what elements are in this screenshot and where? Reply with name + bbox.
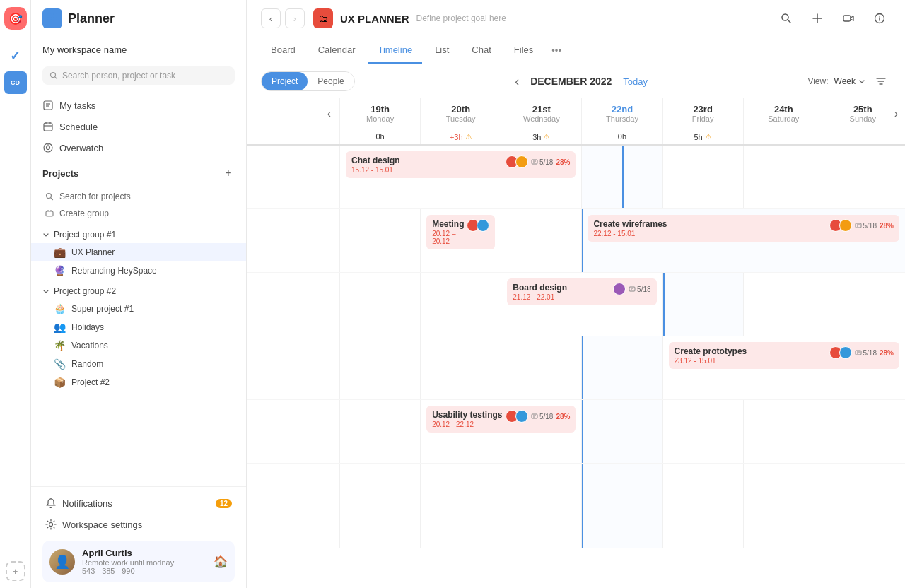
search-button[interactable]: [775, 7, 798, 30]
day-number-tue: 20th: [428, 104, 494, 114]
today-line-4: [582, 336, 583, 399]
project-group-1-name: Project group #1: [54, 230, 116, 240]
task-usability-cell: Usability testings 20.12 - 22.12: [421, 400, 582, 463]
svg-rect-27: [843, 16, 851, 21]
row3-tue: [421, 336, 501, 399]
tab-files[interactable]: Files: [504, 37, 543, 64]
hours-thu: 0h: [582, 129, 662, 144]
nav-schedule[interactable]: Schedule: [37, 116, 240, 137]
task-chat-design-cell: Chat design 15.12 - 15.01: [340, 146, 582, 208]
workspace-name[interactable]: My workspace name: [31, 37, 246, 62]
global-search[interactable]: Search person, project or task: [42, 66, 235, 85]
user-profile-card[interactable]: 👤 April Curtis Remote work until modnay …: [42, 541, 235, 582]
tab-calendar[interactable]: Calendar: [308, 37, 366, 64]
forward-button[interactable]: ›: [285, 8, 305, 28]
row3-label: [247, 336, 340, 399]
filter-button[interactable]: [871, 71, 891, 91]
project-item-holidays[interactable]: 👥 Holidays: [31, 318, 246, 336]
row0-fri: [663, 146, 744, 208]
row2-tue: [421, 273, 501, 336]
app-logo[interactable]: 🎯: [4, 7, 27, 30]
project-item-ux-planner[interactable]: 💼 UX Planner: [31, 243, 246, 261]
tab-list[interactable]: List: [425, 37, 459, 64]
video-button[interactable]: [837, 7, 860, 30]
clip-icon: 📎: [54, 358, 66, 370]
day-header-mon: 19th Monday: [340, 98, 421, 129]
project-item-random[interactable]: 📎 Random: [31, 355, 246, 373]
project-item-super[interactable]: 🧁 Super project #1: [31, 300, 246, 318]
row2-sat: [744, 273, 824, 336]
tab-timeline[interactable]: Timeline: [368, 37, 422, 64]
task-card-meeting[interactable]: Meeting 20.12 – 20.12: [426, 215, 495, 249]
project-label-random: Random: [71, 359, 103, 369]
view-select-dropdown[interactable]: Week: [834, 76, 865, 86]
timeline-controls: Project People ‹ DECEMBER 2022 Today Vie…: [247, 64, 905, 98]
add-workspace[interactable]: +: [6, 561, 25, 581]
add-button[interactable]: [806, 7, 829, 30]
search-projects-action[interactable]: Search for projects: [42, 188, 235, 205]
tab-board[interactable]: Board: [261, 37, 305, 64]
day-header-tue: 20th Tuesday: [421, 98, 501, 129]
empty-fri: [663, 464, 744, 548]
task-card-wireframes[interactable]: Create wireframes 22.12 - 15.01: [588, 215, 899, 242]
svg-rect-1: [53, 13, 57, 18]
people-toggle-btn[interactable]: People: [308, 72, 354, 90]
today-line-6: [582, 464, 583, 548]
project-item-rebranding[interactable]: 🔮 Rebranding HeySpace: [31, 261, 246, 280]
overwatch-icon: [42, 142, 54, 153]
task-card-prototypes[interactable]: Create prototypes 23.12 - 15.01: [669, 342, 899, 369]
tab-chat[interactable]: Chat: [462, 37, 501, 64]
cd-icon[interactable]: CD: [4, 71, 27, 94]
info-button[interactable]: [868, 7, 891, 30]
topbar: ‹ › 🗂 UX PLANNER Define project goal her…: [247, 0, 905, 37]
prev-week-button[interactable]: ‹: [515, 74, 519, 89]
workspace-settings-item[interactable]: Workspace settings: [42, 514, 235, 535]
create-group-action[interactable]: Create group: [42, 205, 235, 222]
empty-wed: [501, 464, 582, 548]
next-week-btn[interactable]: ›: [894, 107, 898, 120]
svg-rect-0: [47, 13, 52, 18]
tab-more-button[interactable]: •••: [546, 38, 567, 63]
task-count-proto: 5/18: [855, 349, 877, 357]
row4-sat: [744, 400, 824, 463]
today-button[interactable]: Today: [623, 76, 648, 87]
nav-my-tasks[interactable]: My tasks: [37, 95, 240, 116]
view-label-text: View:: [807, 76, 828, 86]
day-name-fri: Friday: [670, 114, 736, 123]
timeline-row-4: Usability testings 20.12 - 22.12: [247, 400, 905, 464]
nav-label-schedule: Schedule: [59, 122, 98, 132]
task-count-wireframes: 5/18: [855, 222, 877, 230]
row0-label: [247, 146, 340, 208]
row4-fri: [663, 400, 744, 463]
project-item-project2[interactable]: 📦 Project #2: [31, 373, 246, 392]
wf-avatar2: [839, 219, 852, 232]
back-button[interactable]: ‹: [261, 8, 281, 28]
task-avatars-proto: [829, 346, 852, 359]
add-project-button[interactable]: +: [222, 167, 235, 180]
project-toggle-btn[interactable]: Project: [262, 72, 308, 90]
projects-section: Projects +: [31, 161, 246, 187]
task-wireframes-date: 22.12 - 15.01: [593, 230, 667, 237]
timeline-hours-header: 0h +3h ⚠ 3h ⚠ 0h 5h ⚠: [247, 129, 905, 146]
projects-header: Projects +: [42, 167, 235, 180]
project-goal: Define project goal here: [416, 13, 506, 23]
task-card-usability[interactable]: Usability testings 20.12 - 22.12: [426, 406, 576, 433]
notifications-item[interactable]: Notifications 12: [42, 493, 235, 514]
row3-wed: [501, 336, 582, 399]
timeline-row-1: Meeting 20.12 – 20.12: [247, 209, 905, 273]
prev-week-btn[interactable]: ‹: [327, 107, 331, 120]
project-item-vacations[interactable]: 🌴 Vacations: [31, 336, 246, 355]
check-icon[interactable]: ✓: [4, 45, 27, 67]
topbar-nav: ‹ ›: [261, 8, 305, 28]
nav-overwatch[interactable]: Overwatch: [37, 137, 240, 158]
project-group-2-header[interactable]: Project group #2: [31, 283, 246, 300]
project-group-1-header[interactable]: Project group #1: [31, 226, 246, 243]
timeline-nav: ‹ DECEMBER 2022 Today: [363, 74, 800, 89]
day-name-wed: Wednsday: [508, 114, 574, 123]
task-board-design-date: 21.12 - 22.01: [513, 293, 567, 301]
task-card-board-design[interactable]: Board design 21.12 - 22.01 5/18: [507, 278, 656, 305]
task-count-usability: 5/18: [531, 413, 553, 421]
project-label-super: Super project #1: [71, 304, 134, 314]
project-label-project2: Project #2: [71, 377, 110, 387]
task-card-chat-design[interactable]: Chat design 15.12 - 15.01: [346, 151, 576, 178]
